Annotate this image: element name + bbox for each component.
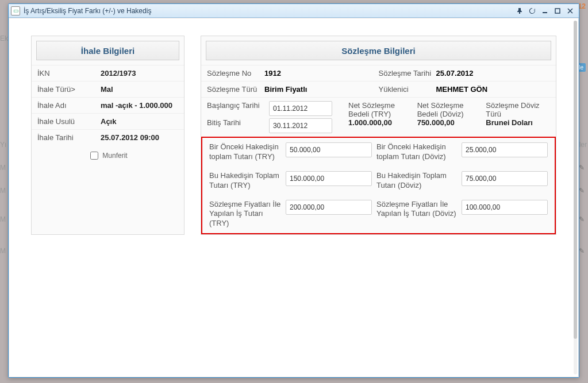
- label-bu-try: Bu Hakedişin Toplam Tutarı (TRY): [209, 171, 281, 191]
- label-net-try: Net Sözleşme Bedeli (TRY): [348, 101, 395, 118]
- value-ihale-tarihi: 25.07.2012 09:00: [101, 133, 159, 142]
- munferit-label: Munferit: [102, 152, 127, 160]
- label-ihale-usulu: İhale Usulü: [37, 117, 101, 126]
- pencil-icon: ✎: [579, 164, 585, 172]
- label-sozlesme-no: Sözleşme No: [207, 69, 264, 78]
- label-net-doviz: Net Sözleşme Bedeli (Döviz): [417, 101, 464, 118]
- row-onceki: Bir Önceki Hakedişin toplam Tutarı (TRY)…: [202, 138, 555, 167]
- row-ihale-tarihi: İhale Tarihi 25.07.2012 09:00: [32, 129, 184, 145]
- background-left-m: M: [0, 215, 6, 223]
- baslangic-date-input[interactable]: [269, 101, 332, 116]
- pin-button[interactable]: [513, 6, 526, 16]
- row-ihale-adi: İhale Adı mal -açık - 1.000.000: [32, 97, 184, 113]
- value-doviz-turu: Brunei Doları: [486, 118, 533, 127]
- input-soz-doviz[interactable]: [462, 200, 548, 215]
- window-title: İş Artış/Eksiliş Fiyat Farkı (+/-) ve Ha…: [24, 7, 513, 15]
- value-yuklenici: MEHMET GÖN: [436, 85, 551, 94]
- label-ihale-adi: İhale Adı: [37, 101, 101, 110]
- background-left-m: M: [0, 247, 6, 255]
- background-left-m: M: [0, 164, 6, 172]
- sozlesme-header[interactable]: Sözleşme Bilgileri: [206, 41, 551, 60]
- input-bu-try[interactable]: [286, 171, 372, 186]
- input-soz-try[interactable]: [286, 200, 372, 215]
- label-sozlesme-turu: Sözleşme Türü: [207, 85, 264, 94]
- value-ihale-usulu: Açık: [101, 117, 116, 126]
- row-ihale-usulu: İhale Usulü Açık: [32, 113, 184, 129]
- row-soz: Sözleşme Fiyatları İle Yapılan İş Tutarı…: [202, 195, 555, 234]
- value-ihale-adi: mal -açık - 1.000.000: [101, 101, 172, 110]
- svg-rect-1: [555, 9, 560, 13]
- munferit-checkbox[interactable]: [90, 152, 98, 160]
- label-ihale-tarihi: İhale Tarihi: [37, 133, 101, 142]
- app-icon: ▭: [11, 6, 20, 16]
- input-bu-doviz[interactable]: [462, 171, 548, 186]
- row-ikn: İKN 2012/1973: [32, 65, 184, 81]
- value-ihale-turu: Mal: [101, 85, 113, 94]
- row-ihale-turu: İhale Türü> Mal: [32, 81, 184, 97]
- value-net-try: 1.000.000,00: [348, 118, 392, 127]
- label-onceki-try: Bir Önceki Hakedişin toplam Tutarı (TRY): [209, 142, 281, 162]
- input-onceki-try[interactable]: [286, 142, 372, 157]
- minimize-button[interactable]: [539, 6, 551, 16]
- label-soz-doviz: Sözleşme Fiyatları İle Yapılan İş Tutarı…: [376, 200, 457, 219]
- value-sozlesme-no: 1912: [264, 69, 379, 78]
- close-button[interactable]: [564, 6, 577, 16]
- label-doviz-turu: Sözleşme Döviz Türü: [486, 101, 539, 118]
- label-bitis: Bitiş Tarihi: [207, 118, 264, 127]
- pencil-icon: ✎: [579, 187, 585, 195]
- row-bu: Bu Hakedişin Toplam Tutarı (TRY) Bu Hake…: [202, 167, 555, 195]
- maximize-button[interactable]: [551, 6, 564, 16]
- label-ihale-turu: İhale Türü>: [37, 85, 101, 94]
- background-left-ek: Ek: [0, 34, 8, 42]
- label-bu-doviz: Bu Hakedişin Toplam Tutarı (Döviz): [376, 171, 457, 191]
- value-ikn: 2012/1973: [101, 69, 136, 78]
- refresh-button[interactable]: [526, 6, 539, 16]
- label-soz-try: Sözleşme Fiyatları İle Yapılan İş Tutarı…: [209, 200, 281, 229]
- svg-rect-0: [543, 12, 547, 13]
- hakedis-highlight-box: Bir Önceki Hakedişin toplam Tutarı (TRY)…: [201, 137, 556, 234]
- sozlesme-card: Sözleşme Bilgileri Sözleşme No 1912 Sözl…: [201, 36, 556, 235]
- title-bar: ▭ İş Artış/Eksiliş Fiyat Farkı (+/-) ve …: [9, 4, 579, 18]
- value-sozlesme-turu: Birim Fiyatlı: [264, 85, 379, 94]
- label-ikn: İKN: [37, 69, 101, 78]
- ihale-card: İhale Bilgileri İKN 2012/1973 İhale Türü…: [31, 36, 185, 235]
- ihale-header[interactable]: İhale Bilgileri: [36, 41, 179, 60]
- pencil-icon: ✎: [579, 215, 585, 223]
- input-onceki-doviz[interactable]: [462, 142, 548, 157]
- label-yuklenici: Yüklenici: [379, 85, 436, 94]
- scrollbar-track[interactable]: [574, 21, 577, 374]
- dialog-window: ▭ İş Artış/Eksiliş Fiyat Farkı (+/-) ve …: [8, 3, 579, 378]
- value-sozlesme-tarihi: 25.07.2012: [436, 69, 551, 78]
- label-sozlesme-tarihi: Sözleşme Tarihi: [379, 69, 436, 78]
- pencil-icon: ✎: [579, 247, 585, 255]
- bitis-date-input[interactable]: [269, 118, 332, 133]
- dialog-content: İhale Bilgileri İKN 2012/1973 İhale Türü…: [9, 18, 579, 377]
- label-baslangic: Başlangıç Tarihi: [207, 101, 264, 110]
- background-left-m: M: [0, 187, 6, 195]
- munferit-row: Munferit: [32, 145, 184, 168]
- value-net-doviz: 750.000,00: [417, 118, 455, 127]
- label-onceki-doviz: Bir Önceki Hakedişin toplam Tutarı (Dövi…: [376, 142, 457, 162]
- background-left-yi: Yı: [0, 141, 6, 149]
- scrollbar-thumb[interactable]: [574, 21, 577, 339]
